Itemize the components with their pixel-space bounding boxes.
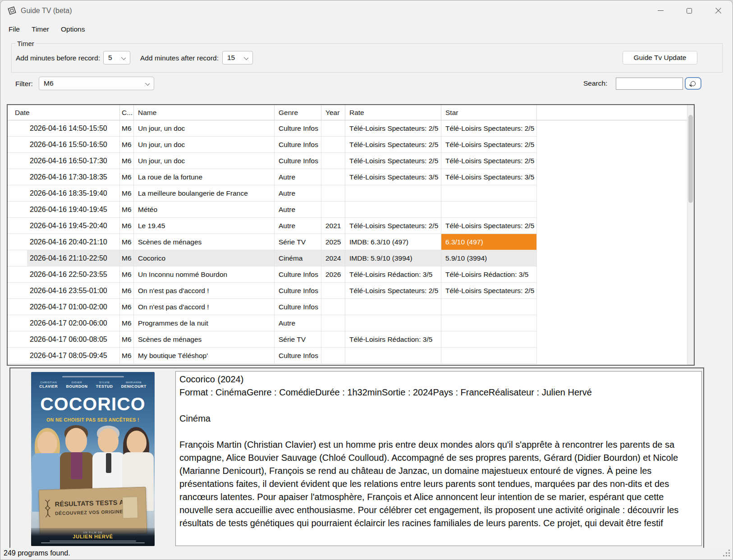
cell-name[interactable]: Cocorico [134, 250, 275, 266]
cell-rate[interactable] [345, 315, 441, 331]
column-header-year[interactable]: Year [321, 105, 345, 120]
cell-rate[interactable] [345, 299, 441, 315]
cell-rate[interactable]: Télé-Loisirs Rédaction: 3/5 [345, 331, 441, 348]
cell-channel[interactable]: M6 [120, 315, 134, 331]
cell-star[interactable] [441, 315, 537, 331]
cell-name[interactable]: Un jour, un doc [134, 153, 275, 169]
cell-rate[interactable]: IMDB: 5.9/10 (3994) [345, 250, 441, 266]
column-header-channel[interactable]: C... [120, 105, 134, 120]
cell-star[interactable]: Télé-Loisirs Rédaction: 3/5 [441, 266, 537, 283]
table-row[interactable]: 2026-04-17 02:00-06:00 M6 Programmes de … [8, 315, 687, 331]
cell-rate[interactable]: Télé-Loisirs Spectateurs: 2/5 [345, 153, 441, 169]
cell-year[interactable] [321, 153, 345, 169]
cell-date[interactable]: 2026-04-16 18:35-19:40 [8, 185, 120, 202]
cell-date[interactable]: 2026-04-17 02:00-06:00 [8, 315, 120, 331]
cell-year[interactable] [321, 185, 345, 202]
column-header-star[interactable]: Star [441, 105, 537, 120]
cell-year[interactable] [321, 348, 345, 364]
minimize-button[interactable] [646, 0, 675, 21]
cell-genre[interactable]: Série TV [275, 234, 321, 250]
table-row[interactable]: 2026-04-16 14:50-15:50 M6 Un jour, un do… [8, 120, 687, 137]
menu-timer[interactable]: Timer [26, 21, 55, 39]
cell-year[interactable]: 2024 [321, 250, 345, 266]
column-header-name[interactable]: Name [134, 105, 275, 120]
cell-genre[interactable]: Culture Infos [275, 120, 321, 137]
cell-genre[interactable]: Autre [275, 202, 321, 218]
table-row[interactable]: 2026-04-16 15:50-16:50 M6 Un jour, un do… [8, 137, 687, 153]
cell-year[interactable] [321, 120, 345, 137]
cell-channel[interactable]: M6 [120, 266, 134, 283]
cell-name[interactable]: La roue de la fortune [134, 169, 275, 185]
cell-date[interactable]: 2026-04-17 01:00-02:00 [8, 299, 120, 315]
cell-date[interactable]: 2026-04-17 08:05-09:45 [8, 348, 120, 364]
cell-genre[interactable]: Autre [275, 315, 321, 331]
cell-star[interactable]: Télé-Loisirs Spectateurs: 3/5 [441, 169, 537, 185]
cell-name[interactable]: Un jour, un doc [134, 137, 275, 153]
cell-star[interactable] [441, 299, 537, 315]
filter-select[interactable]: M6 [39, 77, 154, 90]
cell-star[interactable] [441, 348, 537, 364]
cell-genre[interactable]: Autre [275, 169, 321, 185]
cell-genre[interactable]: Série TV [275, 331, 321, 348]
scrollbar-thumb[interactable] [688, 115, 693, 203]
cell-date[interactable]: 2026-04-16 17:30-18:35 [8, 169, 120, 185]
cell-star[interactable]: Télé-Loisirs Spectateurs: 2/5 [441, 120, 537, 137]
cell-star[interactable] [441, 331, 537, 348]
cell-channel[interactable]: M6 [120, 153, 134, 169]
table-row[interactable]: 2026-04-16 21:10-22:50 M6 Cocorico Ciném… [8, 250, 687, 266]
cell-channel[interactable]: M6 [120, 250, 134, 266]
cell-name[interactable]: Programmes de la nuit [134, 315, 275, 331]
cell-year[interactable]: 2021 [321, 218, 345, 234]
menu-file[interactable]: File [3, 21, 26, 39]
cell-year[interactable] [321, 169, 345, 185]
search-input[interactable] [616, 78, 683, 90]
cell-channel[interactable]: M6 [120, 185, 134, 202]
cell-rate[interactable] [345, 348, 441, 364]
cell-date[interactable]: 2026-04-16 19:45-20:40 [8, 218, 120, 234]
cell-channel[interactable]: M6 [120, 169, 134, 185]
cell-date[interactable]: 2026-04-16 21:10-22:50 [8, 250, 120, 266]
cell-rate[interactable]: Télé-Loisirs Spectateurs: 2/5 [345, 283, 441, 299]
cell-date[interactable]: 2026-04-16 19:40-19:45 [8, 202, 120, 218]
cell-name[interactable]: Le 19.45 [134, 218, 275, 234]
column-header-date[interactable]: Date [8, 105, 120, 120]
cell-star[interactable]: 6.3/10 (497) [441, 234, 537, 250]
cell-channel[interactable]: M6 [120, 299, 134, 315]
table-row[interactable]: 2026-04-16 16:50-17:30 M6 Un jour, un do… [8, 153, 687, 169]
table-row[interactable]: 2026-04-16 17:30-18:35 M6 La roue de la … [8, 169, 687, 185]
column-header-genre[interactable]: Genre [275, 105, 321, 120]
cell-genre[interactable]: Culture Infos [275, 283, 321, 299]
cell-genre[interactable]: Culture Infos [275, 137, 321, 153]
cell-star[interactable]: Télé-Loisirs Spectateurs: 2/5 [441, 137, 537, 153]
cell-star[interactable] [441, 202, 537, 218]
table-row[interactable]: 2026-04-16 23:55-01:00 M6 On n'est pas d… [8, 283, 687, 299]
table-row[interactable]: 2026-04-16 20:40-21:10 M6 Scènes de ména… [8, 234, 687, 250]
cell-channel[interactable]: M6 [120, 218, 134, 234]
cell-rate[interactable]: Télé-Loisirs Rédaction: 3/5 [345, 266, 441, 283]
cell-year[interactable]: 2026 [321, 266, 345, 283]
cell-star[interactable]: 5.9/10 (3994) [441, 250, 537, 266]
cell-year[interactable]: 2025 [321, 234, 345, 250]
cell-name[interactable]: Un Inconnu nommé Bourdon [134, 266, 275, 283]
cell-genre[interactable]: Culture Infos [275, 266, 321, 283]
cell-date[interactable]: 2026-04-16 15:50-16:50 [8, 137, 120, 153]
cell-rate[interactable]: Télé-Loisirs Spectateurs: 2/5 [345, 120, 441, 137]
cell-genre[interactable]: Autre [275, 218, 321, 234]
cell-year[interactable] [321, 315, 345, 331]
cell-rate[interactable] [345, 202, 441, 218]
cell-star[interactable]: Télé-Loisirs Spectateurs: 2/5 [441, 218, 537, 234]
cell-rate[interactable]: Télé-Loisirs Spectateurs: 2/5 [345, 218, 441, 234]
cell-date[interactable]: 2026-04-16 23:55-01:00 [8, 283, 120, 299]
cell-name[interactable]: Scènes de ménages [134, 234, 275, 250]
after-record-select[interactable]: 15 [222, 51, 253, 64]
cell-genre[interactable]: Autre [275, 185, 321, 202]
cell-star[interactable] [441, 185, 537, 202]
table-vertical-scrollbar[interactable] [687, 105, 694, 365]
cell-rate[interactable]: Télé-Loisirs Spectateurs: 3/5 [345, 169, 441, 185]
table-row[interactable]: 2026-04-16 18:35-19:40 M6 La meilleure b… [8, 185, 687, 202]
cell-channel[interactable]: M6 [120, 120, 134, 137]
cell-name[interactable]: Un jour, un doc [134, 120, 275, 137]
cell-year[interactable] [321, 299, 345, 315]
cell-date[interactable]: 2026-04-16 20:40-21:10 [8, 234, 120, 250]
cell-name[interactable]: My boutique Téléshop' [134, 348, 275, 364]
